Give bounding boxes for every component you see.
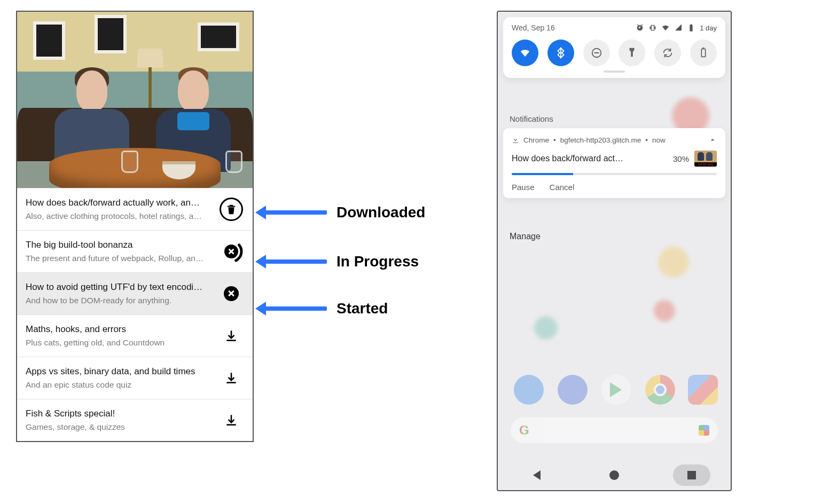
notification-app: Chrome xyxy=(523,136,549,144)
android-screenshot: G Wed, Sep 16 1 day xyxy=(497,11,732,491)
notification-percent: 30% xyxy=(673,154,689,163)
download-progress-fill xyxy=(512,173,573,175)
episode-subtitle: Also, active clothing protocols, hotel r… xyxy=(26,211,213,221)
arrow-icon xyxy=(263,306,327,311)
annotation-downloaded: Downloaded xyxy=(263,202,425,223)
alarm-icon xyxy=(636,23,644,32)
manage-notifications-button[interactable]: Manage xyxy=(510,232,541,241)
episode-subtitle: And how to be DOM-ready for anything. xyxy=(26,296,213,305)
notification-thumbnail xyxy=(694,151,717,167)
episode-subtitle: The present and future of webpack, Rollu… xyxy=(26,254,213,263)
quick-settings-panel: Wed, Sep 16 1 day xyxy=(503,17,725,78)
episode-title: The big build-tool bonanza xyxy=(26,240,213,250)
list-item[interactable]: The big build-tool bonanza The present a… xyxy=(17,230,253,272)
delete-download-button[interactable] xyxy=(218,196,244,222)
google-search-bar[interactable]: G xyxy=(511,418,718,443)
episode-title: How to avoid getting UTF'd by text encod… xyxy=(26,282,213,293)
system-nav-bar xyxy=(498,460,731,490)
assistant-icon xyxy=(699,425,709,436)
home-background: G xyxy=(498,12,731,490)
notification-cancel-button[interactable]: Cancel xyxy=(550,183,575,192)
list-item[interactable]: Apps vs sites, binary data, and build ti… xyxy=(17,357,253,399)
episode-subtitle: Games, storage, & quizzes xyxy=(26,422,213,432)
google-logo-icon: G xyxy=(519,423,529,438)
annotation-started: Started xyxy=(263,298,388,319)
qs-wifi-tile[interactable] xyxy=(512,40,538,66)
notification-pause-button[interactable]: Pause xyxy=(512,183,535,192)
download-progress-bar xyxy=(512,173,717,175)
cell-signal-icon xyxy=(674,23,683,32)
qs-flashlight-tile[interactable] xyxy=(619,40,645,66)
app-play-store-icon[interactable] xyxy=(601,375,631,405)
nav-home-button[interactable] xyxy=(596,464,633,486)
episode-title: Maths, hooks, and errors xyxy=(26,324,213,335)
episode-list-panel: How does back/forward actually work, an…… xyxy=(16,11,254,442)
hero-thumbnail xyxy=(17,12,253,188)
annotation-label: Started xyxy=(336,300,388,317)
status-date: Wed, Sep 16 xyxy=(512,23,555,32)
list-item[interactable]: How does back/forward actually work, an…… xyxy=(17,188,253,230)
progress-ring-icon xyxy=(220,240,243,263)
drag-handle-icon[interactable] xyxy=(604,70,625,73)
annotation-label: Downloaded xyxy=(336,204,425,221)
trash-icon xyxy=(220,198,243,221)
arrow-icon xyxy=(263,210,327,215)
episode-subtitle: Plus cats, getting old, and Countdown xyxy=(26,338,213,348)
episode-title: Apps vs sites, binary data, and build ti… xyxy=(26,366,213,377)
download-button[interactable] xyxy=(218,365,244,391)
app-phone-icon[interactable] xyxy=(514,375,544,405)
app-messages-icon[interactable] xyxy=(558,375,588,405)
download-button[interactable] xyxy=(218,407,244,433)
notifications-header: Notifications xyxy=(510,114,553,123)
cancel-download-button[interactable] xyxy=(218,281,244,306)
app-chrome-icon[interactable] xyxy=(645,375,675,405)
notification-source: bgfetch-http203.glitch.me xyxy=(560,136,641,144)
close-circle-icon xyxy=(224,286,239,301)
wifi-icon xyxy=(661,23,670,32)
vibrate-icon xyxy=(648,23,657,32)
download-notification[interactable]: Chrome • bgfetch-http203.glitch.me • now… xyxy=(503,128,725,198)
episode-subtitle: And an epic status code quiz xyxy=(26,380,213,390)
nav-recents-button[interactable] xyxy=(673,464,710,486)
episode-list: How does back/forward actually work, an…… xyxy=(17,188,253,441)
battery-text: 1 day xyxy=(700,24,717,32)
qs-bluetooth-tile[interactable] xyxy=(547,40,574,66)
list-item[interactable]: Maths, hooks, and errors Plus cats, gett… xyxy=(17,314,253,357)
status-icons: 1 day xyxy=(636,23,717,32)
download-icon xyxy=(512,136,519,144)
download-button[interactable] xyxy=(218,323,244,349)
annotation-label: In Progress xyxy=(336,253,419,270)
notification-time: now xyxy=(652,136,666,144)
list-item[interactable]: Fish & Scripts special! Games, storage, … xyxy=(17,399,253,441)
arrow-icon xyxy=(263,259,327,264)
notification-title: How does back/forward act… xyxy=(512,154,623,163)
app-camera-icon[interactable] xyxy=(688,375,718,405)
download-icon xyxy=(224,371,238,385)
download-icon xyxy=(224,413,238,427)
episode-title: How does back/forward actually work, an… xyxy=(26,198,213,208)
svg-rect-2 xyxy=(701,49,705,57)
qs-autorotate-tile[interactable] xyxy=(654,40,681,66)
qs-battery-saver-tile[interactable] xyxy=(690,40,717,66)
list-item[interactable]: How to avoid getting UTF'd by text encod… xyxy=(17,272,253,314)
annotation-in-progress: In Progress xyxy=(263,251,419,272)
battery-icon xyxy=(687,23,695,32)
qs-dnd-tile[interactable] xyxy=(583,40,610,66)
chevron-up-icon[interactable] xyxy=(708,136,717,144)
episode-title: Fish & Scripts special! xyxy=(26,408,213,419)
nav-back-button[interactable] xyxy=(518,464,555,486)
cancel-download-button[interactable] xyxy=(218,239,244,264)
download-icon xyxy=(224,329,238,343)
